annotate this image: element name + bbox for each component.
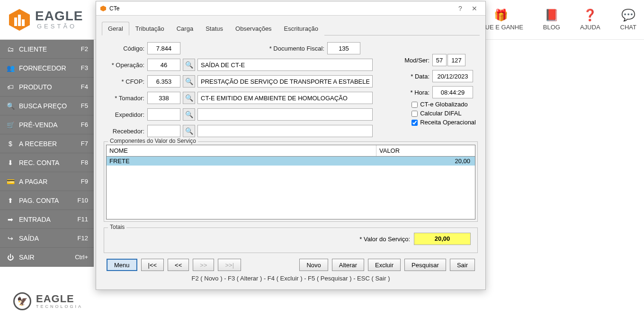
input-mod[interactable] [432, 54, 447, 66]
sidebar-icon: 🗂 [6, 45, 15, 53]
sidebar-label: PRODUTO [19, 83, 81, 91]
fieldset-totais: Totais * Valor do Serviço: 20,00 [104, 228, 478, 253]
input-recebedor-desc[interactable] [197, 125, 373, 137]
sidebar-label: CLIENTE [19, 45, 81, 53]
sidebar-item-buscapreo[interactable]: 🔍BUSCA PREÇOF5 [0, 96, 94, 115]
input-data[interactable] [432, 70, 473, 82]
sidebar-icon: ⬆ [6, 197, 15, 204]
sidebar-item-pagconta[interactable]: ⬆PAG. CONTAF10 [0, 191, 94, 210]
label-hora: * Hora: [388, 89, 432, 96]
sidebar-item-produto[interactable]: 🏷PRODUTOF4 [0, 78, 94, 96]
input-cfop-desc[interactable] [197, 75, 373, 88]
sidebar-icon: ⬇ [6, 159, 15, 166]
label-operacao: * Operação: [104, 61, 147, 69]
checkbox-difal[interactable] [411, 111, 418, 117]
cell-nome: FRETE [107, 157, 376, 166]
sidebar-label: A RECEBER [19, 140, 81, 148]
checkbox-receita[interactable] [411, 120, 418, 126]
tab-geral[interactable]: Geral [102, 22, 129, 35]
sidebar-label: BUSCA PREÇO [19, 102, 81, 110]
first-button[interactable]: |<< [141, 259, 164, 271]
lookup-expedidor[interactable]: 🔍 [183, 108, 195, 121]
input-operacao-cod[interactable] [147, 59, 180, 71]
excluir-button[interactable]: Excluir [368, 259, 401, 271]
lookup-cfop[interactable]: 🔍 [183, 75, 195, 88]
menu-button[interactable]: Menu [107, 259, 137, 271]
header-blog[interactable]: 📕BLOG [543, 9, 560, 31]
sidebar-item-cliente[interactable]: 🗂CLIENTEF2 [0, 40, 94, 59]
sidebar-key: F9 [81, 178, 88, 185]
help-button[interactable]: ? [453, 5, 467, 12]
input-codigo[interactable] [147, 42, 180, 54]
header-chat[interactable]: 💬CHAT [620, 9, 636, 31]
sidebar-icon: ↪ [6, 235, 15, 242]
label-data: * Data: [388, 73, 432, 80]
sidebar-label: REC. CONTA [19, 159, 81, 166]
tab-escrituração[interactable]: Escrituração [278, 22, 324, 35]
sidebar-key: F8 [81, 159, 88, 166]
tab-status[interactable]: Status [199, 22, 229, 35]
sidebar-icon: 🛒 [6, 121, 15, 129]
sidebar-item-prvenda[interactable]: 🛒PRÉ-VENDAF6 [0, 115, 94, 134]
lookup-recebedor[interactable]: 🔍 [183, 125, 195, 137]
logo-subtitle: GESTÃO [37, 23, 83, 30]
checkbox-globalizado[interactable] [411, 102, 418, 108]
input-recebedor-cod[interactable] [147, 125, 180, 137]
header-label: CHAT [620, 24, 636, 31]
sidebar-key: F10 [78, 197, 88, 204]
input-ser[interactable] [447, 54, 465, 66]
sidebar-item-recconta[interactable]: ⬇REC. CONTAF8 [0, 153, 94, 172]
lookup-operacao[interactable]: 🔍 [183, 59, 195, 71]
input-doc[interactable] [327, 42, 360, 54]
sidebar-item-sada[interactable]: ↪SAÍDAF12 [0, 229, 94, 248]
check-difal[interactable]: Calcular DIFAL [411, 110, 476, 117]
pesquisar-button[interactable]: Pesquisar [404, 259, 446, 271]
sidebar-label: PRÉ-VENDA [19, 121, 81, 129]
input-cfop-cod[interactable] [147, 75, 180, 88]
footer-logo: 🦅 EAGLE TECNOLOGIA [13, 292, 83, 310]
sidebar-label: PAG. CONTA [19, 197, 78, 204]
sidebar-icon: $ [6, 140, 15, 148]
prev-button[interactable]: << [168, 259, 189, 271]
check-label: CT-e Globalizado [420, 101, 467, 108]
sidebar-key: F6 [81, 121, 88, 128]
input-hora[interactable] [432, 86, 473, 98]
alterar-button[interactable]: Alterar [332, 259, 364, 271]
input-tomador-cod[interactable] [147, 92, 180, 104]
sidebar-item-sair[interactable]: ⏻SAIRCtrl+ [0, 248, 94, 267]
input-expedidor-desc[interactable] [197, 108, 373, 121]
tab-tributação[interactable]: Tributação [129, 22, 170, 35]
table-componentes[interactable]: NOME VALOR FRETE 20,00 [106, 145, 475, 219]
tab-carga[interactable]: Carga [170, 22, 199, 35]
check-label: Receita Operacional [420, 119, 476, 126]
input-expedidor-cod[interactable] [147, 108, 180, 121]
table-row[interactable]: FRETE 20,00 [107, 157, 475, 166]
sair-button[interactable]: Sair [450, 259, 475, 271]
sidebar-item-areceber[interactable]: $A RECEBERF7 [0, 134, 94, 153]
sidebar-item-apagar[interactable]: 💳A PAGARF9 [0, 172, 94, 191]
sidebar-item-fornecedor[interactable]: 👥FORNECEDORF3 [0, 59, 94, 78]
tab-observações[interactable]: Observações [229, 22, 278, 35]
svg-rect-1 [14, 18, 17, 26]
footer-sub: TECNOLOGIA [36, 304, 83, 309]
sidebar-icon: 🏷 [6, 83, 15, 91]
lookup-tomador[interactable]: 🔍 [183, 92, 195, 104]
close-button[interactable]: ✕ [467, 5, 482, 12]
sidebar-key: Ctrl+ [75, 254, 88, 261]
novo-button[interactable]: Novo [299, 259, 328, 271]
sidebar-item-entrada[interactable]: ➡ENTRADAF11 [0, 210, 94, 229]
app-cube-icon [100, 5, 107, 12]
check-receita[interactable]: Receita Operacional [411, 119, 476, 126]
check-globalizado[interactable]: CT-e Globalizado [411, 101, 476, 108]
input-tomador-desc[interactable] [197, 92, 373, 104]
last-button[interactable]: >>| [218, 259, 241, 271]
header-ajuda[interactable]: ❓AJUDA [580, 9, 600, 31]
next-button[interactable]: >> [193, 259, 214, 271]
logo: EAGLE GESTÃO [8, 8, 83, 32]
check-label: Calcular DIFAL [420, 110, 461, 117]
sidebar-key: F7 [81, 140, 88, 147]
chat-icon: 💬 [621, 9, 635, 22]
svg-rect-3 [22, 19, 25, 26]
input-operacao-desc[interactable] [197, 59, 373, 71]
dialog-titlebar[interactable]: CTe ? ✕ [96, 1, 485, 16]
